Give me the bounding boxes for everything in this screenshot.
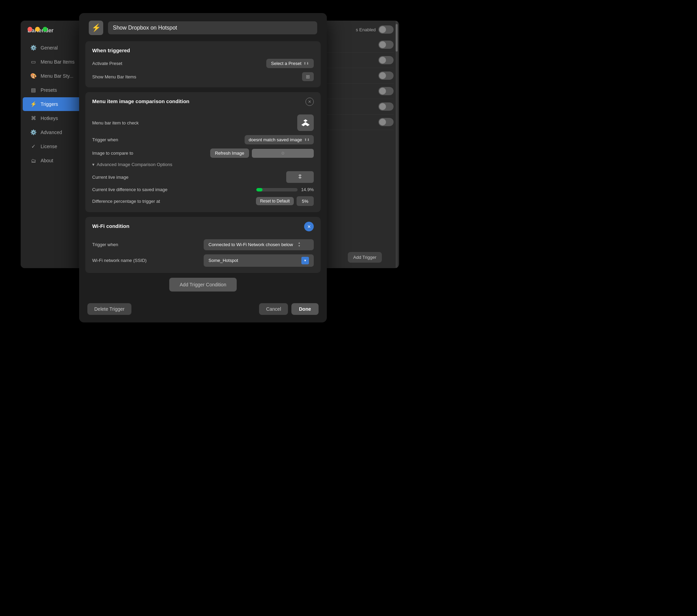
show-menu-bar-button[interactable]: ⊞ — [302, 72, 314, 81]
wifi-ssid-label: Wi-Fi network name (SSID) — [92, 258, 147, 263]
current-live-row: Current live image — [92, 171, 314, 183]
row-6-toggle[interactable] — [378, 118, 394, 126]
threshold-input[interactable] — [297, 196, 314, 206]
menu-bar-icon: ▭ — [30, 58, 37, 66]
about-icon: 🗂 — [30, 157, 37, 164]
menu-bar-item-row: Menu bar item to check — [92, 114, 314, 131]
activate-preset-label: Activate Preset — [92, 61, 122, 66]
done-button[interactable]: Done — [291, 303, 319, 315]
dialog-footer: Delete Trigger Cancel Done — [79, 298, 327, 322]
enabled-toggle[interactable] — [378, 25, 394, 34]
advanced-options-toggle[interactable]: ▾ Advanced Image Comparison Options — [92, 162, 314, 167]
chevron-up-down-icon: ⬆⬇ — [303, 62, 309, 65]
trigger-when-dropdown[interactable]: doesnt match saved image ⬆⬇ — [245, 135, 314, 144]
diff-bar-track — [256, 188, 298, 191]
advanced-icon: ⚙️ — [30, 129, 37, 136]
add-trigger-condition-button[interactable]: Add Trigger Condition — [169, 278, 236, 292]
dropbox-icon — [297, 114, 314, 131]
enabled-label: s Enabled — [356, 27, 376, 32]
palette-icon: 🎨 — [30, 72, 37, 80]
traffic-lights — [28, 27, 47, 32]
maximize-traffic-light[interactable] — [43, 27, 47, 32]
when-triggered-title: When triggered — [92, 47, 314, 53]
wifi-trigger-when-label: Trigger when — [92, 242, 118, 247]
diff-percent-value: 14.9% — [301, 187, 314, 192]
hotkeys-icon: ⌘ — [30, 114, 37, 122]
trigger-when-label: Trigger when — [92, 137, 118, 142]
delete-trigger-button[interactable]: Delete Trigger — [87, 303, 131, 315]
lightning-icon: ⚡ — [30, 100, 37, 108]
presets-icon: ▤ — [30, 86, 37, 94]
trigger-when-row: Trigger when doesnt match saved image ⬆⬇ — [92, 135, 314, 144]
dialog-lightning-icon: ⚡ — [89, 21, 103, 35]
menu-bar-item-label: Menu bar item to check — [92, 120, 139, 125]
difference-bar: 14.9% — [256, 187, 314, 192]
when-triggered-section: When triggered Activate Preset Select a … — [85, 41, 321, 87]
show-menu-bar-row: Show Menu Bar Items ⊞ — [92, 72, 314, 81]
difference-label: Current live difference to saved image — [92, 187, 168, 192]
wifi-ssid-row: Wi-Fi network name (SSID) Some_Hotspot ▼ — [92, 254, 314, 267]
trigger-name-input[interactable] — [108, 21, 317, 34]
wifi-ssid-dropdown[interactable]: Some_Hotspot ▼ — [204, 254, 314, 267]
wifi-close-button[interactable]: ✕ — [304, 222, 314, 231]
gear-icon: ⚙️ — [30, 44, 37, 52]
dialog-header: ⚡ — [79, 13, 327, 41]
reset-to-default-button[interactable]: Reset to Default — [256, 197, 294, 205]
footer-right-buttons: Cancel Done — [259, 303, 319, 315]
wifi-trigger-when-row: Trigger when Connected to Wi-Fi Network … — [92, 239, 314, 250]
image-compare-label: Image to compare to — [92, 151, 133, 156]
chevron-updown-icon: ⬆⬇ — [304, 138, 310, 142]
row-1-toggle[interactable] — [378, 41, 394, 49]
select-preset-button[interactable]: Select a Preset ⬆⬇ — [266, 59, 314, 68]
diff-bar-fill — [256, 188, 262, 191]
current-live-label: Current live image — [92, 175, 129, 180]
blue-chevron-icon: ▼ — [301, 257, 309, 264]
minimize-traffic-light[interactable] — [35, 27, 40, 32]
close-traffic-light[interactable] — [28, 27, 32, 32]
activate-preset-row: Activate Preset Select a Preset ⬆⬇ — [92, 59, 314, 68]
grid-icon: ⊞ — [306, 74, 310, 79]
chevron-down-icon: ▾ — [92, 162, 95, 167]
show-menu-bar-label: Show Menu Bar Items — [92, 74, 136, 79]
row-5-toggle[interactable] — [378, 102, 394, 111]
main-dialog: ⚡ When triggered Activate Preset Select … — [79, 13, 327, 322]
refresh-image-button[interactable]: Refresh Image — [210, 148, 249, 158]
image-compare-row: Image to compare to Refresh Image ⚙ — [92, 148, 314, 158]
wifi-section: Wi-Fi condition ✕ Trigger when Connected… — [85, 217, 321, 273]
row-2-toggle[interactable] — [378, 56, 394, 64]
wifi-trigger-dropdown[interactable]: Connected to Wi-Fi Network chosen below … — [204, 239, 314, 250]
image-comparison-section: Menu item image comparison condition ✕ M… — [85, 92, 321, 212]
row-3-toggle[interactable] — [378, 72, 394, 80]
cancel-button[interactable]: Cancel — [259, 303, 288, 315]
image-comparison-title: Menu item image comparison condition — [92, 98, 190, 104]
image-comparison-close-button[interactable]: ✕ — [305, 98, 314, 106]
threshold-label: Difference percentage to trigger at — [92, 199, 160, 204]
license-icon: ✓ — [30, 143, 37, 150]
settings-icon: ⚙ — [281, 151, 285, 156]
threshold-row: Difference percentage to trigger at Rese… — [92, 196, 314, 206]
row-4-toggle[interactable] — [378, 87, 394, 95]
live-image-preview — [286, 171, 314, 183]
image-preview: ⚙ — [252, 149, 314, 158]
difference-row: Current live difference to saved image 1… — [92, 187, 314, 192]
add-trigger-bg-button[interactable]: Add Trigger — [348, 252, 382, 263]
wifi-section-title: Wi-Fi condition — [92, 223, 129, 229]
